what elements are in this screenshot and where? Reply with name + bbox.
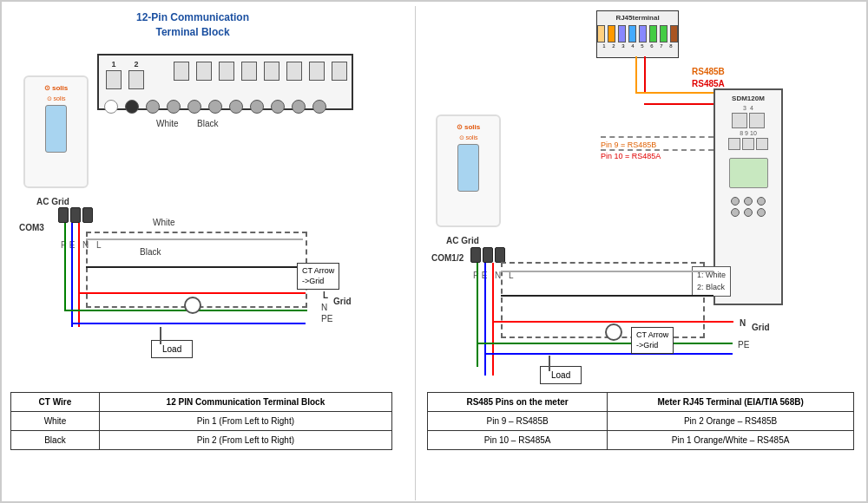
n-label-left: N — [321, 303, 327, 312]
table-left: CT Wire 12 PIN Communication Terminal Bl… — [10, 392, 392, 450]
ct-arrow-box-left: CT Arrow ->Grid — [297, 263, 339, 290]
table-row: Pin 10 – RS485A Pin 1 Orange/White – RS4… — [428, 431, 854, 450]
dashed-pin10 — [601, 149, 713, 151]
wire-blue-right-h — [484, 353, 733, 355]
rj45-terminal: RJ45terminal 1 2 3 4 5 6 7 8 — [596, 10, 679, 58]
wire-red-right-h — [492, 321, 733, 323]
table-left-col2: 12 PIN Communication Terminal Block — [99, 393, 391, 412]
wire-rs485a-h — [644, 103, 718, 105]
black-wire-label-left: Black — [140, 247, 161, 257]
solis-logo-left: ⊙ solis — [44, 84, 68, 92]
wire-green-left — [64, 223, 66, 310]
rs485a-label: RS485A — [692, 79, 725, 88]
rj45-label: RJ45terminal — [615, 14, 659, 22]
wire-blue-h-left — [71, 323, 306, 324]
table-right-col2: Meter RJ45 Terminal (EIA/TIA 568B) — [608, 393, 854, 412]
n-label-right: N — [740, 318, 746, 328]
terminal-slot-7 — [241, 60, 257, 81]
pe-label-left: PE — [321, 314, 332, 323]
ct-box-left: White Black — [86, 232, 307, 308]
grid-label-left: Grid — [333, 297, 352, 306]
black-label-terminal: Black — [197, 119, 218, 128]
com3-label: COM3 — [19, 223, 44, 232]
wire-blue-right-v — [484, 263, 486, 376]
ct-circle-right — [605, 323, 622, 341]
sdm-display — [729, 158, 768, 188]
wire-black-left — [86, 266, 303, 268]
table-right: RS485 Pins on the meter Meter RJ45 Termi… — [427, 392, 854, 450]
ct-box-right — [501, 262, 705, 338]
sdm-label: SDM120M — [732, 95, 765, 102]
white-wire-label-left: White — [153, 218, 175, 227]
wire-white-left — [86, 238, 303, 240]
connectors-right — [470, 247, 505, 263]
load-box-right: Load — [540, 366, 582, 384]
terminal-slot-8 — [264, 60, 279, 81]
terminal-slot-11 — [332, 60, 347, 81]
left-diagram: 12-Pin Communication Terminal Block 1 2 — [10, 6, 401, 379]
wire-to-load-left — [160, 327, 161, 344]
inverter-screen-right — [457, 144, 479, 192]
terminal-slot-4 — [174, 60, 189, 81]
table-row: Black Pin 2 (From Left to Right) — [11, 431, 392, 450]
rj45-pins — [597, 25, 678, 42]
wire-to-load-right — [549, 356, 550, 371]
main-container: 12-Pin Communication Terminal Block 1 2 — [0, 0, 868, 503]
terminal-slot-2: 2 — [128, 60, 144, 89]
terminal-slot-5 — [196, 60, 212, 81]
grid-label-right: Grid — [752, 323, 770, 332]
right-diagram: RJ45terminal 1 2 3 4 5 6 7 8 — [427, 6, 857, 388]
wire-red-h-left — [78, 292, 306, 294]
terminal-block-title: 12-Pin Communication Terminal Block — [136, 10, 249, 40]
l-label-left: L — [323, 291, 328, 300]
rs485b-label: RS485B — [692, 67, 725, 76]
terminal-slot-9 — [286, 60, 302, 81]
dashed-pin9 — [601, 136, 713, 138]
pin10-label: Pin 10 = RS485A — [601, 152, 661, 160]
connectors-left — [58, 207, 93, 223]
table-right-col1: RS485 Pins on the meter — [428, 393, 608, 412]
solis-logo-right: ⊙ solis — [457, 123, 480, 131]
wire-green-right-v — [477, 263, 478, 367]
table-left-col1: CT Wire — [11, 393, 100, 412]
wire-red-right-v — [492, 263, 494, 376]
table-row: Pin 9 – RS485B Pin 2 Orange – RS485B — [428, 412, 854, 431]
wire-rs485b-v — [635, 56, 637, 93]
ac-grid-label-left: AC Grid — [36, 197, 69, 206]
pe-label-right: PE — [738, 340, 749, 349]
terminal-slot-3 — [151, 60, 167, 81]
ct-circle-left — [184, 297, 201, 314]
white-label-terminal: White — [156, 119, 179, 128]
wire-rs485b-h — [635, 92, 718, 94]
wire-green-right-h — [477, 343, 733, 344]
wire-blue-left — [71, 223, 73, 327]
wire-rs485a-v — [644, 56, 646, 93]
center-divider — [415, 6, 416, 500]
inverter-screen-left — [45, 105, 67, 153]
terminal-slot-10 — [309, 60, 325, 81]
ac-grid-label-right: AC Grid — [446, 236, 479, 245]
wire-white-right — [501, 271, 713, 272]
table-row: White Pin 1 (From Left to Right) — [11, 412, 392, 431]
com12-label: COM1/2 — [431, 253, 464, 263]
terminal-circles — [104, 100, 326, 114]
terminal-slot-1: 1 — [106, 60, 122, 89]
pin9-label: Pin 9 = RS485B — [601, 140, 656, 149]
ct-arrow-box-right: CT Arrow ->Grid — [631, 327, 674, 354]
inverter-right: ⊙ solis ⊙ solis — [436, 114, 501, 227]
wire-red-left — [78, 223, 80, 327]
wire-black-right — [501, 295, 713, 297]
inverter-left: ⊙ solis ⊙ solis — [23, 75, 89, 188]
load-box-left: Load — [151, 340, 193, 358]
terminal-slot-6 — [219, 60, 234, 81]
